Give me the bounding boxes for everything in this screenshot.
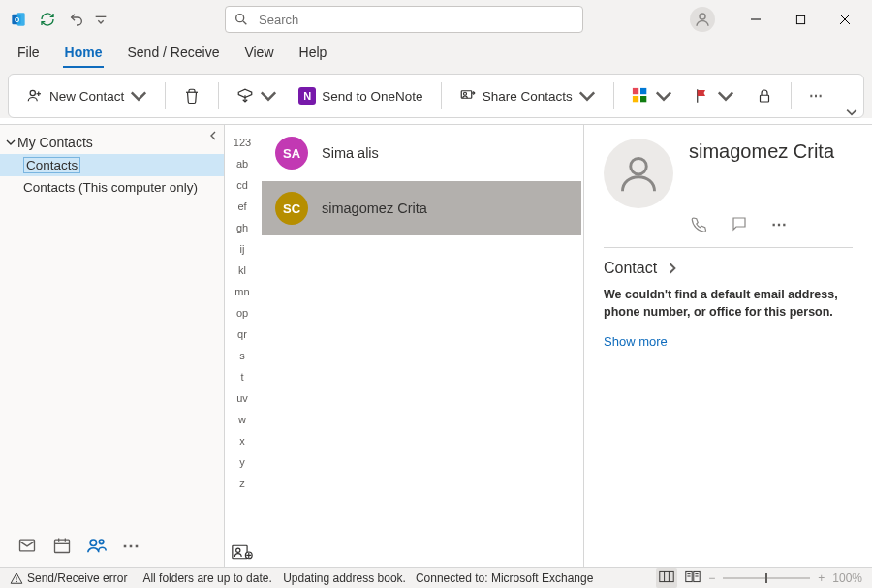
show-more-link[interactable]: Show more	[604, 334, 853, 349]
status-folders: All folders are up to date.	[142, 572, 271, 585]
alpha-index-item[interactable]: kl	[238, 261, 246, 279]
menu-help[interactable]: Help	[297, 41, 329, 68]
svg-rect-19	[640, 96, 646, 102]
view-normal-button[interactable]	[656, 568, 677, 588]
menu-bar: File Home Send / Receive View Help	[0, 39, 872, 68]
svg-rect-34	[660, 571, 673, 581]
chevron-right-icon	[667, 263, 678, 274]
account-avatar[interactable]	[690, 7, 715, 32]
menu-home[interactable]: Home	[63, 41, 105, 68]
categorize-button[interactable]	[624, 79, 680, 112]
svg-point-27	[99, 540, 104, 544]
alpha-index: 123abcdefghijklmnopqrstuvwxyz	[225, 125, 260, 567]
contact-card-name: simagomez Crita	[322, 201, 427, 216]
chat-button[interactable]	[730, 214, 749, 233]
alpha-index-item[interactable]: ef	[237, 197, 246, 215]
svg-rect-22	[55, 540, 70, 552]
follow-up-button[interactable]	[686, 79, 742, 112]
alpha-index-item[interactable]: gh	[236, 218, 248, 236]
svg-point-6	[700, 14, 705, 19]
chevron-down-icon	[717, 87, 734, 105]
nav-item-label: Contacts (This computer only)	[23, 180, 198, 195]
share-contacts-button[interactable]: Share Contacts	[452, 79, 604, 112]
ribbon-more-button[interactable]: ⋯	[801, 79, 832, 112]
svg-point-15	[463, 92, 466, 95]
maximize-button[interactable]	[779, 5, 822, 34]
contact-more-button[interactable]: ⋯	[770, 214, 790, 233]
svg-point-11	[30, 90, 35, 95]
chevron-down-icon	[260, 87, 277, 105]
menu-file[interactable]: File	[16, 41, 42, 68]
search-input[interactable]	[257, 12, 575, 28]
mail-module-button[interactable]	[12, 530, 43, 561]
contact-card[interactable]: SCsimagomez Crita	[262, 181, 581, 235]
send-to-onenote-button[interactable]: N Send to OneNote	[291, 79, 430, 112]
move-button[interactable]	[229, 79, 285, 112]
undo-button[interactable]	[64, 7, 89, 32]
delete-button[interactable]	[175, 79, 208, 112]
nav-more-button[interactable]: ⋯	[116, 530, 147, 561]
alpha-index-item[interactable]: y	[239, 452, 245, 471]
address-book-button[interactable]	[232, 542, 253, 561]
nav-group-header[interactable]: My Contacts	[0, 125, 224, 154]
svg-rect-16	[633, 88, 638, 94]
alpha-index-item[interactable]: z	[239, 474, 245, 492]
alpha-index-item[interactable]: x	[239, 431, 245, 449]
minimize-button[interactable]	[734, 5, 777, 34]
alpha-index-item[interactable]: w	[238, 410, 246, 428]
contact-detail-pane: simagomez Crita ⋯ Contact We couldn't fi…	[584, 125, 872, 567]
close-button[interactable]	[824, 5, 866, 34]
ribbon-collapse-button[interactable]	[846, 107, 857, 121]
menu-view[interactable]: View	[242, 41, 275, 68]
zoom-label: 100%	[832, 572, 862, 585]
alpha-index-item[interactable]: uv	[236, 388, 248, 407]
nav-item[interactable]: Contacts	[0, 154, 224, 176]
status-bar: Send/Receive error All folders are up to…	[0, 567, 872, 588]
svg-rect-8	[796, 15, 804, 23]
alpha-index-item[interactable]: s	[239, 346, 245, 364]
svg-point-29	[236, 548, 240, 552]
alpha-index-item[interactable]: t	[240, 367, 243, 386]
contact-empty-message: We couldn't find a default email address…	[604, 287, 853, 321]
status-updating: Updating address book.	[283, 572, 406, 585]
contact-card[interactable]: SASima alis	[262, 126, 581, 180]
status-error[interactable]: Send/Receive error	[4, 572, 133, 585]
search-icon	[234, 12, 249, 27]
menu-send-receive[interactable]: Send / Receive	[125, 41, 221, 68]
contact-section-header[interactable]: Contact	[604, 260, 853, 277]
contact-initials: SA	[275, 137, 308, 170]
svg-point-33	[16, 581, 17, 582]
chevron-down-icon	[655, 87, 672, 105]
alpha-index-item[interactable]: 123	[234, 133, 251, 151]
refresh-button[interactable]	[35, 7, 60, 32]
view-reading-button[interactable]	[685, 570, 701, 586]
send-onenote-label: Send to OneNote	[322, 89, 422, 104]
alpha-index-item[interactable]: qr	[237, 325, 247, 343]
calendar-module-button[interactable]	[47, 530, 78, 561]
call-button[interactable]	[689, 214, 708, 233]
qat-customize-button[interactable]	[93, 7, 109, 32]
alpha-index-item[interactable]: op	[236, 303, 248, 322]
svg-text:O: O	[15, 16, 19, 23]
alpha-index-item[interactable]: ij	[240, 239, 245, 258]
people-module-button[interactable]	[81, 530, 112, 561]
alpha-index-item[interactable]: cd	[236, 175, 248, 194]
warning-icon	[10, 572, 23, 585]
new-contact-button[interactable]: New Contact	[18, 79, 155, 112]
contact-initials: SC	[275, 192, 308, 225]
search-box[interactable]	[225, 6, 583, 33]
contact-name: simagomez Crita	[689, 139, 834, 163]
nav-collapse-button[interactable]	[206, 129, 220, 142]
nav-item-label: Contacts	[23, 157, 80, 173]
alpha-index-item[interactable]: mn	[234, 282, 249, 300]
new-contact-label: New Contact	[49, 89, 124, 104]
main-area: My Contacts ContactsContacts (This compu…	[0, 124, 872, 567]
private-button[interactable]	[748, 79, 781, 112]
svg-rect-18	[633, 96, 638, 102]
nav-item[interactable]: Contacts (This computer only)	[0, 176, 224, 199]
status-error-label: Send/Receive error	[27, 572, 127, 585]
zoom-slider[interactable]	[723, 577, 810, 579]
contact-card-name: Sima alis	[322, 145, 379, 161]
svg-point-31	[631, 158, 647, 174]
alpha-index-item[interactable]: ab	[236, 154, 248, 172]
